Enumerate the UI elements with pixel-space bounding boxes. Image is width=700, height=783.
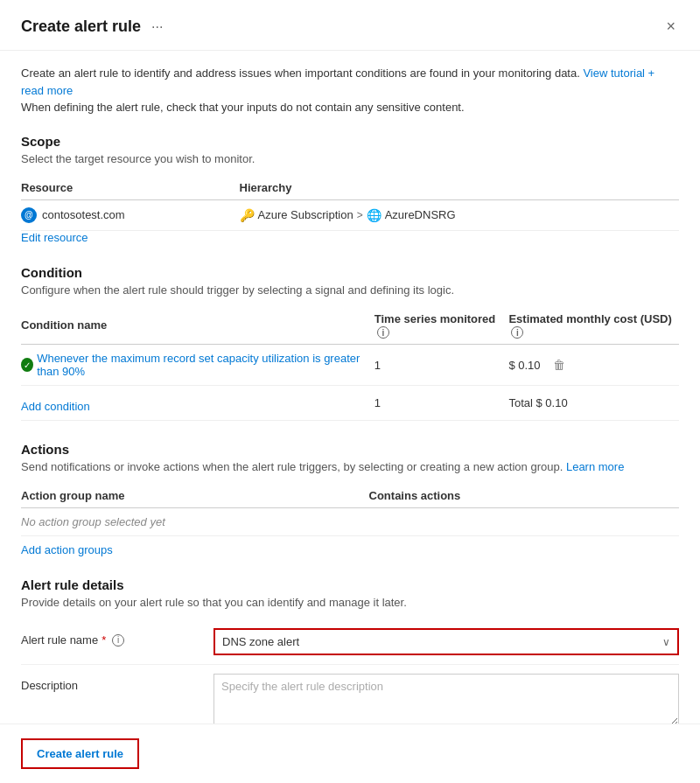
create-alert-rule-button[interactable]: Create alert rule — [21, 738, 139, 769]
condition-check-icon: ✓ — [21, 358, 33, 372]
add-condition-link[interactable]: Add condition — [21, 400, 90, 413]
condition-total-empty: Add condition — [21, 386, 374, 421]
hierarchy-subscription: Azure Subscription — [258, 208, 354, 221]
delete-condition-icon[interactable]: 🗑 — [553, 358, 565, 372]
scope-col-resource: Resource — [21, 176, 240, 200]
intro-main-text: Create an alert rule to identify and add… — [21, 66, 580, 80]
condition-description: Configure when the alert rule should tri… — [21, 283, 679, 297]
form-control-name: DNS zone alert ∨ — [214, 628, 679, 655]
dialog-title: Create alert rule — [21, 17, 141, 36]
actions-table: Action group name Contains actions No ac… — [21, 484, 679, 536]
condition-col-cost: Estimated monthly cost (USD) i — [508, 307, 679, 345]
form-label-name: Alert rule name * i — [21, 628, 214, 647]
table-row: @ contosotest.com 🔑 Azure Subscription >… — [21, 199, 679, 230]
condition-table: Condition name Time series monitored i E… — [21, 307, 679, 422]
condition-col-name: Condition name — [21, 307, 374, 345]
condition-name-link[interactable]: ✓ Whenever the maximum record set capaci… — [21, 352, 368, 378]
close-button[interactable]: × — [662, 14, 679, 39]
scope-table: Resource Hierarchy @ contosotest.com — [21, 176, 679, 231]
condition-name-text: Whenever the maximum record set capacity… — [37, 352, 368, 378]
alert-rule-details-title: Alert rule details — [21, 577, 679, 592]
add-action-groups-link[interactable]: Add action groups — [21, 543, 113, 556]
dialog-body: Create an alert rule to identify and add… — [0, 51, 700, 783]
condition-time-cell: 1 — [374, 345, 509, 386]
dialog-header: Create alert rule ··· × — [0, 0, 700, 51]
scope-description: Select the target resource you wish to m… — [21, 152, 679, 165]
hierarchy-rg: AzureDNSRG — [385, 208, 456, 221]
condition-section: Condition Configure when the alert rule … — [21, 265, 679, 422]
actions-empty-cell: No action group selected yet — [21, 508, 679, 536]
condition-title: Condition — [21, 265, 679, 280]
condition-name-cell: ✓ Whenever the maximum record set capaci… — [21, 345, 374, 386]
description-textarea[interactable] — [214, 674, 679, 726]
resource-name-container: @ contosotest.com — [21, 207, 233, 223]
scope-hierarchy-cell: 🔑 Azure Subscription > 🌐 AzureDNSRG — [240, 199, 679, 230]
actions-learn-more-link[interactable]: Learn more — [566, 460, 624, 473]
edit-resource-link[interactable]: Edit resource — [21, 231, 88, 244]
cost-info-icon[interactable]: i — [511, 326, 523, 339]
intro-text: Create an alert rule to identify and add… — [21, 65, 679, 116]
name-chevron-icon: ∨ — [662, 636, 670, 648]
dialog-header-left: Create alert rule ··· — [21, 17, 166, 37]
condition-row: ✓ Whenever the maximum record set capaci… — [21, 345, 679, 386]
time-series-info-icon[interactable]: i — [377, 326, 389, 339]
condition-total-cost: Total $ 0.10 — [508, 386, 679, 421]
resource-icon: @ — [21, 207, 37, 223]
dns-icon: 🌐 — [367, 208, 382, 222]
actions-section: Actions Send notifications or invoke act… — [21, 442, 679, 556]
condition-col-time: Time series monitored i — [374, 307, 509, 345]
condition-cost-cell: $ 0.10 🗑 — [508, 345, 679, 386]
name-info-icon[interactable]: i — [112, 634, 124, 647]
actions-col-contains: Contains actions — [369, 484, 679, 508]
actions-empty-row: No action group selected yet — [21, 508, 679, 536]
alert-rule-name-input[interactable]: DNS zone alert ∨ — [214, 628, 679, 655]
condition-total-row: Add condition 1 Total $ 0.10 — [21, 386, 679, 421]
hierarchy-container: 🔑 Azure Subscription > 🌐 AzureDNSRG — [240, 208, 672, 222]
actions-description: Send notifications or invoke actions whe… — [21, 460, 679, 473]
intro-secondary-text: When defining the alert rule, check that… — [21, 101, 465, 114]
form-control-description — [214, 674, 679, 729]
form-row-name: Alert rule name * i DNS zone alert ∨ — [21, 619, 679, 665]
key-icon: 🔑 — [240, 208, 255, 222]
scope-col-hierarchy: Hierarchy — [240, 176, 679, 200]
alert-rule-details-description: Provide details on your alert rule so th… — [21, 596, 679, 609]
create-alert-rule-dialog: Create alert rule ··· × Create an alert … — [0, 0, 700, 783]
condition-total-time: 1 — [374, 386, 509, 421]
scope-resource-cell: @ contosotest.com — [21, 199, 240, 230]
scope-section: Scope Select the target resource you wis… — [21, 134, 679, 244]
actions-title: Actions — [21, 442, 679, 457]
form-label-description: Description — [21, 674, 214, 692]
resource-name-text: contosotest.com — [42, 208, 125, 221]
name-required-star: * — [102, 633, 106, 647]
dialog-footer: Create alert rule — [0, 724, 700, 783]
ellipsis-button[interactable]: ··· — [148, 17, 166, 37]
hierarchy-arrow: > — [357, 209, 363, 221]
actions-col-name: Action group name — [21, 484, 369, 508]
scope-title: Scope — [21, 134, 679, 149]
